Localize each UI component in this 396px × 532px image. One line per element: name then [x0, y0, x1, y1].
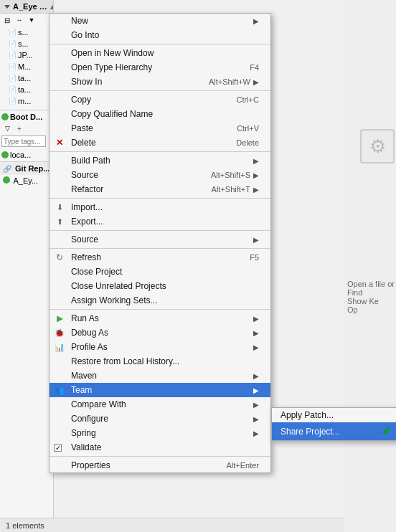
source-arrow: ▶: [253, 171, 259, 179]
share-project-label: Share Project...: [280, 427, 340, 437]
menu-item-close-project[interactable]: Close Project: [50, 265, 270, 279]
tree-item-label-m2: m...: [18, 97, 31, 105]
separator-1: [50, 44, 270, 44]
menu-item-validate[interactable]: ✓ Validate: [50, 440, 270, 455]
footer-tree-item[interactable]: A_Ey...: [0, 175, 53, 186]
filter-btn[interactable]: ▽: [1, 123, 13, 134]
menu-item-go-into-label: Go Into: [71, 30, 99, 40]
add-btn[interactable]: +: [14, 123, 25, 134]
submenu-item-apply-patch[interactable]: Apply Patch...: [272, 408, 396, 422]
menu-item-profile-as[interactable]: 📊 Profile As ▶: [50, 340, 270, 354]
menu-item-refresh[interactable]: ↻ Refresh F5: [50, 250, 270, 265]
build-path-arrow: ▶: [253, 157, 259, 165]
tree-item-ta1[interactable]: 📄 ta...: [0, 72, 53, 84]
delete-label: Delete: [71, 138, 96, 148]
menu-item-source[interactable]: Source Alt+Shift+S ▶: [50, 168, 270, 182]
compare-with-arrow: ▶: [253, 401, 259, 409]
menu-item-copy-qualified[interactable]: Copy Qualified Name: [50, 107, 270, 121]
menu-item-import[interactable]: ⬇ Import...: [50, 200, 270, 214]
footer-status-icon: [3, 176, 10, 184]
separator-4: [50, 198, 270, 199]
menu-item-properties[interactable]: Properties Alt+Enter: [50, 458, 270, 472]
compare-with-label: Compare With: [71, 399, 126, 409]
op-label: Op: [347, 305, 395, 314]
maven-label: Maven: [71, 371, 97, 381]
refresh-shortcut: F5: [250, 253, 259, 262]
submenu-item-share-project[interactable]: Share Project... ✔: [272, 422, 396, 440]
menu-item-build-path[interactable]: Build Path ▶: [50, 153, 270, 168]
profile-icon: 📊: [54, 341, 65, 353]
maven-arrow: ▶: [253, 372, 259, 380]
paste-label: Paste: [71, 123, 93, 133]
menu-item-spring[interactable]: Spring ▶: [50, 426, 270, 440]
open-type-hierarchy-label: Open Type Hierarchy: [71, 62, 152, 72]
separator-7: [50, 309, 270, 310]
properties-shortcut: Alt+Enter: [226, 461, 259, 470]
footer-label: A_Ey...: [13, 176, 38, 185]
debug-as-arrow: ▶: [253, 329, 259, 337]
menu-item-team[interactable]: 👥 Team ▶: [50, 383, 270, 397]
tree-item-label-ta1: ta...: [18, 74, 31, 82]
menu-item-run-as[interactable]: ▶ Run As ▶: [50, 311, 270, 326]
tags-input-wrapper[interactable]: [1, 136, 52, 147]
menu-item-debug-as[interactable]: 🐞 Debug As ▶: [50, 326, 270, 340]
close-unrelated-label: Close Unrelated Projects: [71, 281, 166, 291]
tags-input[interactable]: [1, 136, 46, 147]
menu-item-export[interactable]: ⬆ Export...: [50, 214, 270, 229]
menu-item-refactor[interactable]: Refactor Alt+Shift+T ▶: [50, 182, 270, 196]
left-panel: A_Eye [boot] ▲ ⊟ ↔ ▼ 📄 s... 📄 s... 📄 JP.…: [0, 0, 54, 532]
menu-item-copy[interactable]: Copy Ctrl+C: [50, 92, 270, 107]
menu-item-show-in[interactable]: Show In Alt+Shift+W ▶: [50, 75, 270, 89]
view-menu-btn[interactable]: ▼: [26, 14, 37, 26]
tree-item-m[interactable]: 📄 M...: [0, 61, 53, 72]
profile-as-arrow: ▶: [253, 343, 259, 351]
menu-item-assign-working[interactable]: Assign Working Sets...: [50, 293, 270, 308]
tree-item-jp[interactable]: 📄 JP...: [0, 49, 53, 61]
debug-as-label: Debug As: [71, 328, 108, 338]
menu-item-configure[interactable]: Configure ▶: [50, 412, 270, 426]
properties-label: Properties: [71, 460, 110, 470]
configure-arrow: ▶: [253, 415, 259, 423]
copy-label: Copy: [71, 95, 91, 105]
close-project-label: Close Project: [71, 267, 122, 277]
right-ide-area: ⚙ Open a file or Find Show Ke Op: [344, 0, 396, 532]
separator-2: [50, 90, 270, 91]
menu-item-open-new-window[interactable]: Open in New Window: [50, 46, 270, 60]
menu-item-go-into[interactable]: Go Into: [50, 28, 270, 42]
tree-item-label-m: M...: [18, 62, 31, 71]
export-icon: ⬆: [54, 216, 65, 227]
local-item[interactable]: loca...: [0, 148, 53, 161]
menu-item-new[interactable]: New ▶: [50, 14, 270, 28]
menu-item-maven[interactable]: Maven ▶: [50, 369, 270, 383]
link-editor-btn[interactable]: ↔: [14, 14, 25, 26]
tree-item-s1[interactable]: 📄 s...: [0, 27, 53, 38]
panel-up-icon[interactable]: ▲: [49, 3, 54, 11]
panel-title: A_Eye [boot]: [13, 2, 49, 11]
show-key-label: Show Ke: [347, 297, 395, 305]
menu-item-source2[interactable]: Source ▶: [50, 232, 270, 247]
team-label: Team: [71, 385, 92, 395]
menu-item-open-type-hierarchy[interactable]: Open Type Hierarchy F4: [50, 60, 270, 75]
team-icon: 👥: [54, 384, 65, 396]
right-icon-1: ⚙: [360, 129, 395, 163]
refactor-shortcut: Alt+Shift+T: [212, 185, 250, 194]
boot-title-row: Boot D...: [1, 113, 52, 121]
assign-working-label: Assign Working Sets...: [71, 295, 158, 305]
menu-item-restore[interactable]: Restore from Local History...: [50, 354, 270, 369]
right-icons: ⚙: [360, 129, 395, 163]
menu-item-compare-with[interactable]: Compare With ▶: [50, 397, 270, 412]
collapse-all-btn[interactable]: ⊟: [1, 14, 13, 26]
menu-item-delete[interactable]: ✕ Delete Delete: [50, 136, 270, 150]
tree-item-label-s2: s...: [18, 39, 29, 48]
tree-item-label-jp: JP...: [18, 51, 33, 60]
tree-item-ta2[interactable]: 📄 ta...: [0, 84, 53, 95]
source2-label: Source: [71, 234, 98, 244]
configure-label: Configure: [71, 414, 108, 424]
menu-item-paste[interactable]: Paste Ctrl+V: [50, 121, 270, 136]
menu-item-close-unrelated[interactable]: Close Unrelated Projects: [50, 279, 270, 293]
tree-item-m2[interactable]: 📄 m...: [0, 95, 53, 107]
boot-label: Boot D...: [10, 113, 42, 121]
show-in-arrow: ▶: [253, 78, 259, 86]
run-icon: ▶: [54, 313, 65, 324]
tree-item-s2[interactable]: 📄 s...: [0, 38, 53, 49]
